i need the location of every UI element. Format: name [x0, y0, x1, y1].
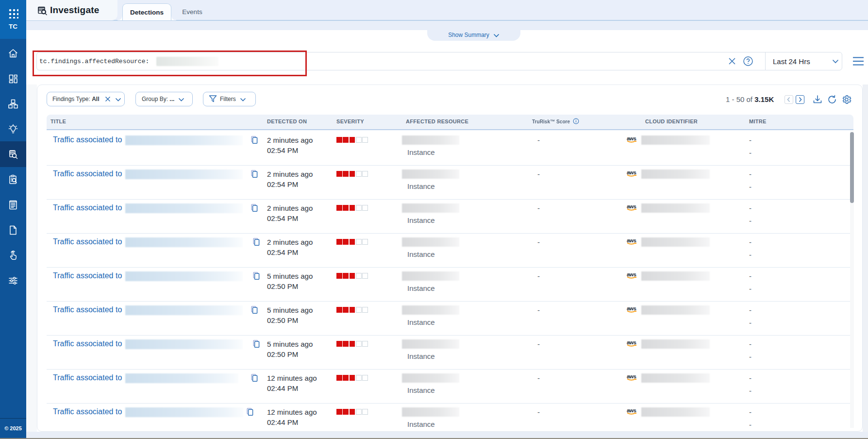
svg-text:aws: aws: [627, 135, 636, 141]
svg-text:aws: aws: [627, 271, 636, 277]
svg-text:aws: aws: [627, 339, 636, 345]
svg-text:aws: aws: [627, 407, 636, 413]
svg-text:aws: aws: [627, 373, 636, 379]
svg-text:aws: aws: [627, 169, 636, 175]
svg-text:aws: aws: [627, 305, 636, 311]
svg-text:aws: aws: [627, 237, 636, 243]
svg-text:aws: aws: [627, 203, 636, 209]
